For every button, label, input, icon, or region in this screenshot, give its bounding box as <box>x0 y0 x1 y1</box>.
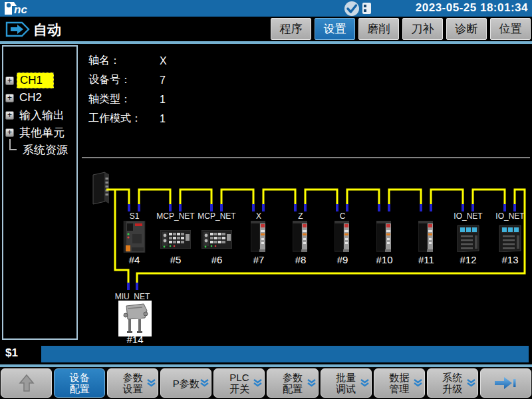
device-id: #12 <box>460 254 476 265</box>
device-7[interactable]: X #7 <box>251 211 265 265</box>
next-page-button[interactable] <box>480 368 531 398</box>
operator-panel-icon <box>201 230 232 249</box>
softkey-label: 系统 <box>442 372 462 383</box>
tab-diagnosis[interactable]: 诊断 <box>446 18 487 40</box>
operator-panel-icon <box>160 230 191 249</box>
tree-item-label[interactable]: 其他单元 <box>17 124 67 141</box>
device-label: C <box>340 211 346 221</box>
mode-arrow-icon <box>5 21 31 38</box>
device-tree-panel: + CH1 + CH2 + 输入输出 + 其他单元 系统资源 <box>2 45 78 340</box>
top-status-bar: nc 2023-05-25 18:01:34 <box>0 0 532 17</box>
command-bar: $1 <box>0 344 532 364</box>
device-id: #7 <box>253 254 265 265</box>
servo-drive-icon <box>251 221 265 252</box>
device-10[interactable]: #10 <box>376 221 392 265</box>
softkey-param-setting[interactable]: 参数 设置 <box>107 368 158 398</box>
softkey-label: 配置 <box>70 383 90 394</box>
channel-indicator: $1 <box>5 346 18 360</box>
io-unit-icon <box>499 225 521 252</box>
page-up-button[interactable] <box>1 368 52 398</box>
device-label: MCP_NET <box>156 211 195 221</box>
next-page-arrow-icon <box>493 374 518 392</box>
device-label: IO_NET <box>454 211 483 221</box>
tab-grinding[interactable]: 磨削 <box>358 18 399 40</box>
tree-item-label[interactable]: CH2 <box>17 90 45 105</box>
expand-plus-icon[interactable]: + <box>5 111 14 120</box>
device-8[interactable]: Z #8 <box>293 211 307 265</box>
status-ok-icon <box>342 1 362 17</box>
expand-plus-icon[interactable]: + <box>5 76 14 85</box>
svg-text:nc: nc <box>14 3 27 16</box>
tree-item-label[interactable]: CH1 <box>17 72 54 88</box>
battery-icon <box>362 3 372 15</box>
softkey-data-manage[interactable]: 数据 管理 <box>374 368 425 398</box>
softkey-label: PLC <box>229 372 249 383</box>
device-13[interactable]: IO_NET #13 <box>495 211 525 265</box>
device-4[interactable]: S1 #4 <box>124 211 145 265</box>
device-11[interactable]: #11 <box>418 221 434 265</box>
brand-logo-icon: nc <box>3 1 47 16</box>
softkey-label: 参数 <box>123 372 143 383</box>
tree-item-ch1[interactable]: + CH1 <box>3 72 76 89</box>
tab-position[interactable]: 位置 <box>490 18 531 40</box>
device-12[interactable]: IO_NET #12 <box>454 211 483 265</box>
device-label: IO_NET <box>495 211 525 221</box>
chevron-down-icon <box>413 378 423 388</box>
device-id: #13 <box>501 254 518 265</box>
tab-program[interactable]: 程序 <box>271 18 311 40</box>
expand-plus-icon[interactable]: + <box>5 128 14 137</box>
softkey-p-param[interactable]: P参数 <box>160 368 211 398</box>
top-tab-bar: 程序 设置 磨削 刀补 诊断 位置 <box>271 18 531 40</box>
datetime-display: 2023-05-25 18:01:34 <box>416 1 528 15</box>
servo-drive-icon <box>418 221 433 252</box>
servo-drive-icon <box>376 221 391 252</box>
chevron-down-icon <box>360 378 370 388</box>
softkey-label: P参数 <box>173 378 200 389</box>
title-bar: 自动 程序 设置 磨削 刀补 诊断 位置 <box>0 17 532 41</box>
chevron-down-icon <box>253 378 263 388</box>
mode-title: 自动 <box>33 21 61 39</box>
softkey-label: 管理 <box>389 383 409 394</box>
device-label: Z <box>298 211 303 221</box>
device-config-pane: 轴名： X 设备号： 7 轴类型： 1 工作模式： 1 <box>81 44 532 344</box>
device-9[interactable]: C #9 <box>334 211 349 265</box>
softkey-label: 开关 <box>229 383 249 394</box>
device-id: #11 <box>418 254 434 265</box>
page-up-arrow-icon <box>18 373 35 393</box>
softkey-plc-switch[interactable]: PLC 开关 <box>213 368 265 398</box>
device-14[interactable]: MIU_NET #14 <box>115 292 152 344</box>
device-label: X <box>256 211 261 221</box>
softkey-batch-debug[interactable]: 批量 调试 <box>321 368 372 398</box>
miu-unit-icon <box>118 301 152 336</box>
tab-tool-comp[interactable]: 刀补 <box>402 18 443 40</box>
device-5[interactable]: MCP_NET #5 <box>156 211 195 265</box>
chevron-down-icon <box>146 378 156 388</box>
device-6[interactable]: MCP_NET #6 <box>198 211 236 265</box>
main-area: + CH1 + CH2 + 输入输出 + 其他单元 系统资源 <box>0 44 532 344</box>
device-id: #9 <box>337 254 348 265</box>
softkey-label: 数据 <box>389 372 409 383</box>
device-id: #10 <box>376 254 392 265</box>
servo-drive-icon <box>293 221 307 252</box>
device-label: MIU_NET <box>115 292 150 301</box>
tab-settings[interactable]: 设置 <box>315 18 355 40</box>
io-unit-icon <box>458 225 479 252</box>
softkey-label: 批量 <box>336 372 356 383</box>
expand-plus-icon[interactable]: + <box>5 94 14 102</box>
command-input-field[interactable] <box>41 346 529 362</box>
softkey-param-config[interactable]: 参数 配置 <box>267 368 318 398</box>
tree-item-system-resources[interactable]: 系统资源 <box>3 141 76 158</box>
tree-item-label[interactable]: 系统资源 <box>20 142 70 158</box>
softkey-device-config[interactable]: 设备 配置 <box>54 368 105 398</box>
tree-item-ch2[interactable]: + CH2 <box>3 89 76 106</box>
chevron-down-icon <box>200 378 209 388</box>
controller-unit-icon[interactable] <box>93 172 109 204</box>
device-id: #8 <box>295 254 307 265</box>
softkey-system-upgrade[interactable]: 系统 升级 <box>427 368 478 398</box>
softkey-label: 参数 <box>283 372 303 383</box>
device-id: #5 <box>170 254 182 265</box>
tree-item-label[interactable]: 输入输出 <box>17 107 67 124</box>
chevron-down-icon <box>466 378 476 388</box>
chevron-down-icon <box>307 378 317 388</box>
tree-item-io[interactable]: + 输入输出 <box>3 106 76 124</box>
